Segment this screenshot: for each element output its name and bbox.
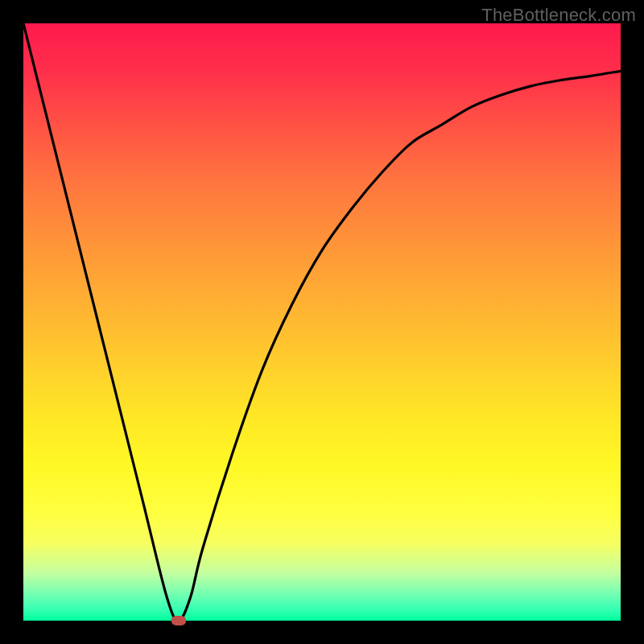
chart-frame: TheBottleneck.com xyxy=(0,0,644,644)
watermark-text: TheBottleneck.com xyxy=(481,5,636,26)
bottleneck-curve xyxy=(23,23,621,621)
minimum-marker xyxy=(171,616,186,625)
